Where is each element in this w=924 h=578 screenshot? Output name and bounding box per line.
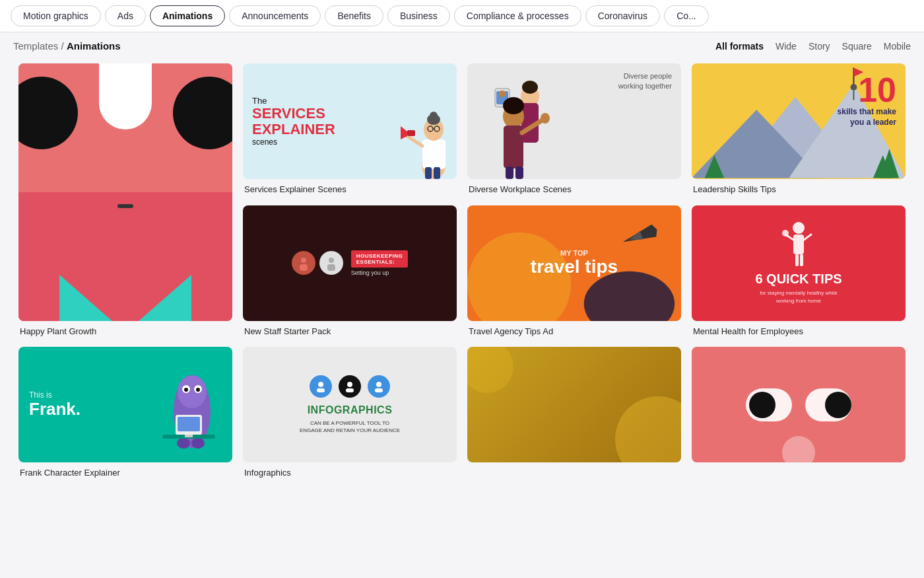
card-label: Leadership Skills Tips: [692, 184, 906, 194]
svg-point-61: [196, 388, 200, 392]
svg-point-25: [541, 113, 550, 124]
card-diverse-workplace[interactable]: Diverse peopleworking together: [462, 58, 686, 200]
card-label: Mental Health for Employees: [692, 326, 906, 336]
svg-rect-54: [795, 254, 799, 266]
nav-coronavirus[interactable]: Coronavirus: [585, 5, 660, 26]
breadcrumb: Templates / Animations: [13, 40, 121, 52]
svg-rect-12: [434, 167, 440, 179]
nav-ads[interactable]: Ads: [105, 5, 146, 26]
svg-rect-67: [185, 435, 193, 437]
breadcrumb-separator: /: [61, 40, 67, 52]
card-label: Infographics: [243, 468, 457, 478]
card-travel-agency[interactable]: MY TOP travel tips Travel Agency Tips Ad: [462, 200, 686, 342]
nav-business[interactable]: Business: [387, 5, 450, 26]
card-frank[interactable]: This is Frank.: [13, 342, 238, 483]
svg-rect-27: [515, 166, 523, 179]
card-infographic[interactable]: INFOGRAPHICS CAN BE A POWERFUL TOOL TOEN…: [238, 342, 462, 483]
format-story[interactable]: Story: [808, 41, 830, 52]
card-new-staff[interactable]: HOUSEKEEPING ESSENTIALS: Setting you up …: [238, 200, 462, 342]
svg-point-70: [347, 382, 352, 387]
card-label: Diverse Workplace Scenes: [467, 184, 681, 194]
card-label: Services Explainer Scenes: [243, 184, 457, 194]
card-mental-health[interactable]: 6 QUICK TIPS for staying mentally health…: [686, 200, 911, 342]
abstract-top: [18, 63, 232, 192]
svg-point-19: [499, 90, 506, 97]
format-all[interactable]: All formats: [715, 41, 764, 52]
breadcrumb-current: Animations: [67, 40, 121, 52]
nav-announcements[interactable]: Announcements: [229, 5, 321, 26]
svg-rect-71: [346, 388, 354, 392]
nav-more[interactable]: Co...: [664, 5, 709, 26]
info-icons: [310, 375, 390, 398]
nav-animations[interactable]: Animations: [150, 5, 225, 26]
services-illustration: [397, 87, 457, 179]
svg-rect-44: [327, 264, 335, 271]
card-label: Frank Character Explainer: [18, 468, 232, 478]
svg-point-4: [430, 112, 438, 120]
svg-marker-29: [139, 275, 191, 321]
mental-health-illustration: [782, 221, 815, 268]
svg-rect-73: [375, 388, 383, 392]
svg-point-57: [178, 375, 207, 408]
svg-point-22: [507, 98, 520, 108]
nav-compliance[interactable]: Compliance & processes: [454, 5, 581, 26]
sub-navigation: Templates / Animations All formats Wide …: [0, 32, 924, 58]
svg-rect-26: [506, 166, 513, 179]
svg-point-60: [184, 388, 188, 392]
card-happy-plant-tall[interactable]: Happy Plant Growth: [13, 58, 238, 342]
svg-point-72: [376, 382, 381, 387]
person2-icon: [323, 255, 339, 271]
person2-icon: [344, 380, 356, 392]
card-gold[interactable]: [462, 342, 686, 483]
svg-point-77: [825, 392, 851, 418]
category-nav: Motion graphics Ads Animations Announcem…: [0, 0, 924, 32]
svg-rect-66: [178, 417, 200, 431]
svg-point-49: [793, 222, 805, 234]
format-mobile[interactable]: Mobile: [884, 41, 911, 52]
diverse-illustration: [467, 63, 586, 179]
leadership-text: 10 skills that makeyou a leader: [838, 73, 896, 127]
card-label: New Staff Starter Pack: [243, 326, 457, 336]
svg-rect-50: [793, 235, 804, 254]
travel-text: MY TOP travel tips: [531, 249, 618, 277]
svg-rect-55: [800, 254, 803, 266]
card-label: Travel Agency Tips Ad: [467, 326, 681, 336]
card-leadership-skills[interactable]: 10 skills that makeyou a leader Leadersh…: [686, 58, 911, 200]
quick-tips-num: 6 QUICK TIPS: [755, 271, 842, 287]
person-icon: [315, 380, 327, 392]
svg-point-43: [329, 258, 334, 263]
card-pink-abstract-2[interactable]: [686, 342, 911, 483]
teal-triangles: [59, 255, 191, 321]
infographic-sub: CAN BE A POWERFUL TOOL TOENGAGE AND RETA…: [300, 419, 400, 434]
person1-icon: [296, 255, 312, 271]
svg-point-46: [584, 271, 675, 320]
card-label: Happy Plant Growth: [18, 326, 232, 336]
svg-rect-11: [425, 167, 432, 179]
svg-point-68: [318, 382, 323, 387]
svg-point-75: [749, 392, 776, 418]
format-wide[interactable]: Wide: [776, 41, 797, 52]
svg-point-52: [782, 230, 789, 236]
svg-rect-10: [407, 130, 415, 136]
svg-rect-69: [317, 388, 325, 392]
svg-point-63: [191, 438, 205, 449]
svg-point-14: [522, 81, 538, 94]
staff-text-content: HOUSEKEEPING ESSENTIALS: Setting you up: [351, 250, 408, 276]
person3-icon: [373, 380, 385, 392]
svg-point-41: [301, 258, 306, 263]
card-services-explainer[interactable]: The SERVICESEXPLAINER scenes: [238, 58, 462, 200]
format-bar: All formats Wide Story Square Mobile: [715, 41, 911, 52]
breadcrumb-parent[interactable]: Templates: [13, 40, 58, 52]
format-square[interactable]: Square: [842, 41, 872, 52]
quick-tips-sub: for staying mentally healthy whileworkin…: [760, 289, 837, 304]
svg-line-8: [407, 136, 422, 146]
frank-character: [156, 359, 222, 451]
diverse-overlay-text: Diverse peopleworking together: [618, 71, 672, 92]
nav-motion-graphics[interactable]: Motion graphics: [11, 5, 101, 26]
svg-rect-42: [300, 264, 308, 271]
abstract-bottom: [18, 192, 232, 321]
nav-benefits[interactable]: Benefits: [325, 5, 383, 26]
pink-abstract-2-illustration: [739, 372, 858, 438]
svg-line-53: [804, 235, 811, 240]
frank-text: This is Frank.: [29, 390, 81, 419]
